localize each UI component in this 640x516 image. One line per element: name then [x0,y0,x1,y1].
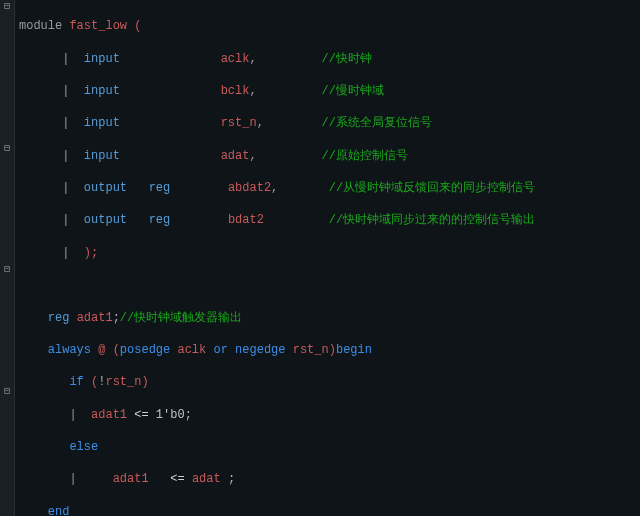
code-line: | input adat, //原始控制信号 [19,148,535,164]
code-line: | ); [19,245,535,261]
code-line: | input bclk, //慢时钟域 [19,83,535,99]
fold-marker[interactable]: ⊟ [0,0,14,14]
code-line: always @ (posedge aclk or negedge rst_n)… [19,342,535,358]
code-line: end [19,504,535,516]
code-line: module fast_low ( [19,18,535,34]
code-line: | adat1 <= adat ; [19,471,535,487]
code-editor: ⊟ ⊟ ⊟ ⊟ module fast_low ( | input aclk, … [0,0,640,516]
code-line: | adat1 <= 1'b0; [19,407,535,423]
code-area[interactable]: module fast_low ( | input aclk, //快时钟 | … [15,0,535,516]
code-line: | output reg abdat2, //从慢时钟域反馈回来的同步控制信号 [19,180,535,196]
fold-marker[interactable]: ⊟ [0,263,14,277]
code-line: | input rst_n, //系统全局复位信号 [19,115,535,131]
code-line: | input aclk, //快时钟 [19,51,535,67]
fold-gutter: ⊟ ⊟ ⊟ ⊟ [0,0,15,516]
code-line [19,277,535,293]
fold-marker[interactable]: ⊟ [0,385,14,399]
code-line: if (!rst_n) [19,374,535,390]
code-line: reg adat1;//快时钟域触发器输出 [19,310,535,326]
code-line: else [19,439,535,455]
code-line: | output reg bdat2 //快时钟域同步过来的的控制信号输出 [19,212,535,228]
fold-marker[interactable]: ⊟ [0,142,14,156]
